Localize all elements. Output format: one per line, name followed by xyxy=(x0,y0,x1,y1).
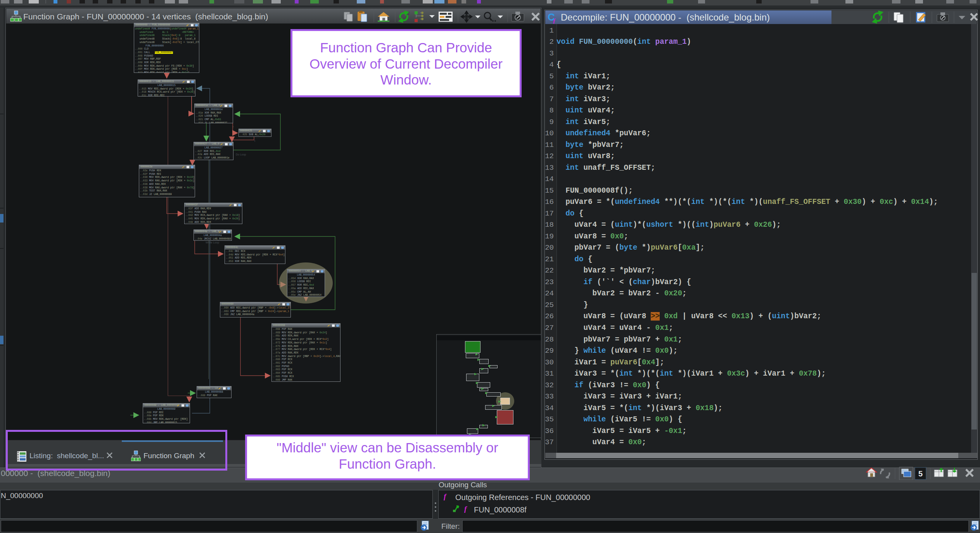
svg-text:f: f xyxy=(464,505,467,513)
svg-text:f: f xyxy=(553,17,556,24)
svg-text:f: f xyxy=(444,493,447,500)
svg-text:5: 5 xyxy=(918,469,923,478)
